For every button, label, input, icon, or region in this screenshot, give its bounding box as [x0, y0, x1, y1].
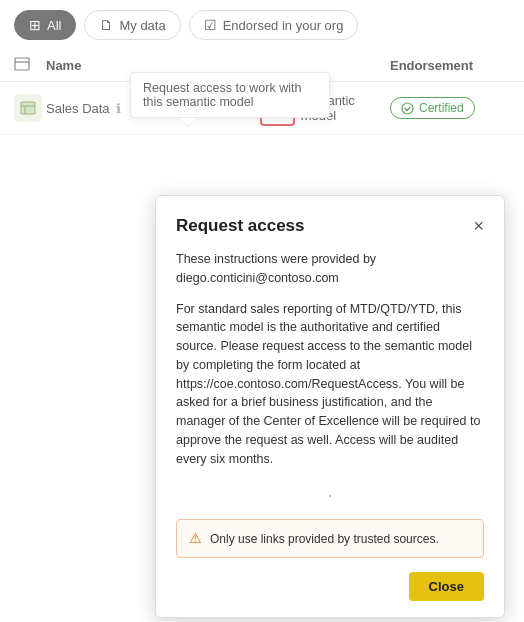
modal-header: Request access × [176, 216, 484, 236]
modal-para1: These instructions were provided by dieg… [176, 250, 484, 288]
request-access-modal: Request access × These instructions were… [155, 195, 505, 618]
modal-close-button[interactable]: × [473, 217, 484, 235]
page-container: ⊞ All 🗋 My data ☑ Endorsed in your org R… [0, 0, 524, 622]
modal-footer: Close [176, 572, 484, 601]
modal-title: Request access [176, 216, 305, 236]
scroll-hint: · [176, 480, 484, 511]
warning-text: Only use links provided by trusted sourc… [210, 530, 439, 548]
modal-para2: For standard sales reporting of MTD/QTD/… [176, 300, 484, 469]
warning-icon: ⚠ [189, 528, 202, 549]
modal-close-btn[interactable]: Close [409, 572, 484, 601]
modal-body: These instructions were provided by dieg… [176, 250, 484, 558]
modal-warning: ⚠ Only use links provided by trusted sou… [176, 519, 484, 558]
